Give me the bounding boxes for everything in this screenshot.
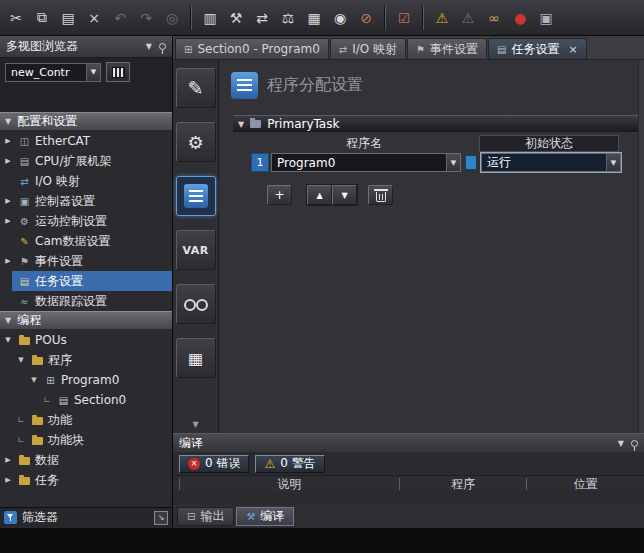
- tab-event-settings[interactable]: ⚑事件设置: [407, 38, 487, 59]
- tree-item-controller-setup[interactable]: ▶▣控制器设置: [0, 191, 172, 211]
- filter-label[interactable]: 筛选器: [22, 509, 149, 526]
- chevron-down-icon[interactable]: ▼: [618, 439, 624, 448]
- tree-item-cam-data-settings[interactable]: ✎Cam数据设置: [0, 231, 172, 251]
- delete-icon[interactable]: ×: [81, 5, 107, 31]
- chevron-down-icon[interactable]: ▼: [86, 64, 100, 81]
- error-count-badge[interactable]: ✕ 0 错误: [179, 455, 249, 473]
- tree-section-header[interactable]: ▼配置和设置: [0, 112, 172, 131]
- stop-icon[interactable]: ⊘: [353, 5, 379, 31]
- search-binoculars-icon[interactable]: ◉: [327, 5, 353, 31]
- tab-io-map[interactable]: ⇄I/O 映射: [330, 38, 406, 59]
- tree-item-programs[interactable]: ▼程序: [0, 350, 172, 370]
- arrow-up-icon: ▲: [316, 191, 322, 200]
- tree-item-motion-control-setup[interactable]: ▶⚙运动控制设置: [0, 211, 172, 231]
- bottom-tab-label: 编译: [260, 508, 284, 525]
- copy-icon[interactable]: ⧉: [29, 5, 55, 31]
- motion-control-setup-icon: ⚙: [18, 216, 31, 227]
- find-icon[interactable]: ◎: [159, 5, 185, 31]
- warning-count-badge[interactable]: ⚠ 0 警告: [255, 455, 324, 473]
- warning-yellow-icon[interactable]: ⚠: [429, 5, 455, 31]
- tree-item-data-trace-settings[interactable]: ≈数据跟踪设置: [0, 291, 172, 311]
- expander-icon[interactable]: ▼: [28, 376, 40, 384]
- tree-item-section0[interactable]: ∟▤Section0: [0, 390, 172, 410]
- tab-label: Section0 - Program0: [197, 42, 319, 56]
- tree-item-functions[interactable]: ∟功能: [0, 410, 172, 430]
- cross-reference-button[interactable]: [176, 338, 216, 378]
- edit-pencil-button[interactable]: [176, 68, 216, 108]
- expander-icon[interactable]: ▶: [2, 476, 14, 484]
- delete-row-button[interactable]: [368, 185, 393, 205]
- redo-icon[interactable]: ↷: [133, 5, 159, 31]
- expander-icon[interactable]: ▶: [2, 157, 14, 165]
- program-check-icon[interactable]: ☑: [391, 5, 417, 31]
- tree-item-event-settings[interactable]: ▶⚑事件设置: [0, 251, 172, 271]
- expander-icon[interactable]: ▶: [2, 257, 14, 265]
- pin-icon[interactable]: [159, 43, 166, 50]
- program-name-combo[interactable]: Program0▼: [271, 153, 461, 172]
- controller-status-button[interactable]: [106, 62, 130, 82]
- output-tab[interactable]: ⊟输出: [177, 507, 234, 526]
- build-tab[interactable]: ⚒编译: [236, 507, 294, 526]
- tree-item-task-settings[interactable]: ▤任务设置: [0, 271, 172, 291]
- paste-icon[interactable]: ▤: [55, 5, 81, 31]
- primary-task-group-bar[interactable]: ▼ PrimaryTask: [233, 115, 644, 132]
- expander-icon[interactable]: ▶: [2, 456, 14, 464]
- folder-icon: [19, 337, 30, 345]
- chart-icon[interactable]: ▦: [301, 5, 327, 31]
- scroll-down-icon[interactable]: ▼: [192, 420, 198, 429]
- vertical-scrollbar[interactable]: [638, 60, 644, 433]
- main-area: ⊞Section0 - Program0⇄I/O 映射⚑事件设置▤任务设置× V…: [173, 36, 644, 527]
- cut-icon[interactable]: ✂: [3, 5, 29, 31]
- tree-section-header[interactable]: ▼编程: [0, 311, 172, 330]
- record-icon[interactable]: ●: [507, 5, 533, 31]
- folder-icon: [32, 437, 43, 445]
- tree-item-ethercat[interactable]: ▶◫EtherCAT: [0, 131, 172, 151]
- table-row: 1Program0▼运行▼: [251, 153, 644, 172]
- tree-item-pous[interactable]: ▼POUs: [0, 330, 172, 350]
- expander-icon[interactable]: ▼: [15, 356, 27, 364]
- move-up-button[interactable]: ▲: [307, 185, 332, 205]
- tree-item-tasks[interactable]: ▶任务: [0, 470, 172, 490]
- initial-state-combo[interactable]: 运行▼: [481, 153, 621, 172]
- controller-select-value: new_Contr: [6, 66, 86, 79]
- chevron-down-icon[interactable]: ▼: [146, 42, 152, 51]
- tree-item-io-map[interactable]: ⇄I/O 映射: [0, 171, 172, 191]
- compare-icon[interactable]: ⇄: [249, 5, 275, 31]
- chevron-down-icon[interactable]: ▼: [606, 154, 620, 171]
- program-name-column-header: 程序名: [269, 135, 459, 152]
- add-row-button[interactable]: +: [267, 185, 292, 205]
- tree-item-data[interactable]: ▶数据: [0, 450, 172, 470]
- xref-icon: [188, 349, 203, 368]
- tree-item-function-blocks[interactable]: ∟功能块: [0, 430, 172, 450]
- warning-gray-icon[interactable]: ⚠: [455, 5, 481, 31]
- variables-button[interactable]: VAR: [176, 230, 216, 270]
- tab-section0-program0[interactable]: ⊞Section0 - Program0: [175, 38, 329, 59]
- task-settings-button[interactable]: [176, 176, 216, 216]
- configuration-button[interactable]: [176, 122, 216, 162]
- expander-icon[interactable]: ▶: [2, 217, 14, 225]
- row-index-cell[interactable]: 1: [251, 153, 269, 172]
- controller-select[interactable]: new_Contr ▼: [5, 63, 101, 82]
- watch-glasses-icon[interactable]: ∞: [481, 5, 507, 31]
- task-settings-content: 程序分配设置 ▼ PrimaryTask 程序名 初始状态 1Program0▼…: [219, 60, 644, 433]
- filter-row: 筛选器 ↘: [0, 507, 172, 527]
- main-toolbar: ✂⧉▤×↶↷◎▥⚒⇄⚖▦◉⊘☑⚠⚠∞●▣: [0, 0, 644, 36]
- chevron-down-icon[interactable]: ▼: [238, 120, 244, 129]
- monitor-icon[interactable]: ▣: [533, 5, 559, 31]
- dock-icon[interactable]: ↘: [154, 511, 168, 525]
- expander-icon[interactable]: ▶: [2, 197, 14, 205]
- undo-icon[interactable]: ↶: [107, 5, 133, 31]
- scale-icon[interactable]: ⚖: [275, 5, 301, 31]
- close-icon[interactable]: ×: [569, 43, 578, 56]
- transfer-icon[interactable]: ▥: [197, 5, 223, 31]
- expander-icon[interactable]: ▼: [2, 336, 14, 344]
- tree-item-cpu-rack[interactable]: ▶▤CPU/扩展机架: [0, 151, 172, 171]
- watch-button[interactable]: [176, 284, 216, 324]
- tree-item-program0[interactable]: ▼⊞Program0: [0, 370, 172, 390]
- pin-icon[interactable]: [631, 440, 638, 447]
- expander-icon[interactable]: ▶: [2, 137, 14, 145]
- move-down-button[interactable]: ▼: [332, 185, 357, 205]
- chevron-down-icon[interactable]: ▼: [446, 154, 460, 171]
- tab-task-settings[interactable]: ▤任务设置×: [488, 38, 587, 59]
- tools-icon[interactable]: ⚒: [223, 5, 249, 31]
